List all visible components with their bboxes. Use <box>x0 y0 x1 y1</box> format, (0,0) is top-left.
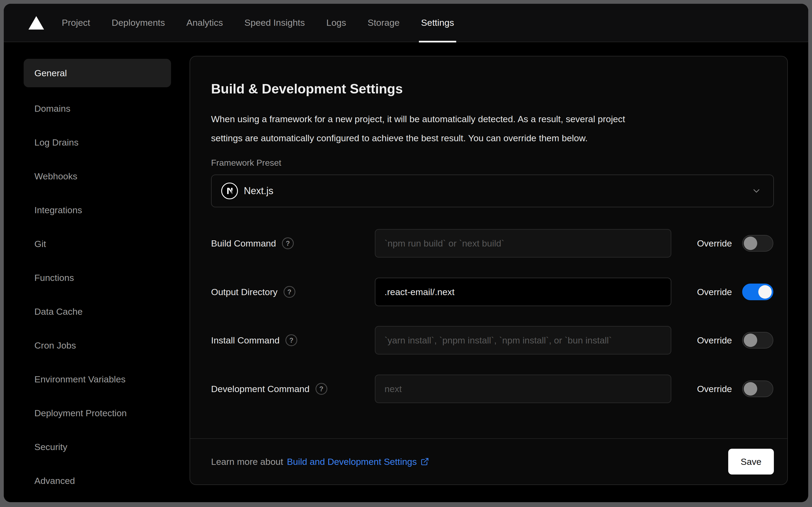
build-command-input[interactable] <box>375 229 671 258</box>
sidebar-item-data-cache[interactable]: Data Cache <box>4 295 189 328</box>
sidebar-item-log-drains[interactable]: Log Drains <box>4 125 189 159</box>
install-command-override: Override <box>697 326 773 354</box>
card-description-line2: settings are automatically configured to… <box>211 129 772 148</box>
top-navigation: Project Deployments Analytics Speed Insi… <box>4 4 808 42</box>
install-command-label-text: Install Command <box>211 335 280 346</box>
build-command-override-toggle[interactable] <box>742 235 773 251</box>
install-command-override-toggle[interactable] <box>742 332 773 349</box>
sidebar-item-cron-jobs[interactable]: Cron Jobs <box>4 328 189 362</box>
install-command-input[interactable] <box>375 326 671 354</box>
sidebar-item-security[interactable]: Security <box>4 430 189 464</box>
vercel-dashboard-window: Project Deployments Analytics Speed Insi… <box>4 4 808 502</box>
toggle-knob <box>758 285 772 299</box>
development-command-override: Override <box>697 375 773 403</box>
nav-tab-settings[interactable]: Settings <box>421 4 454 42</box>
nav-tab-analytics[interactable]: Analytics <box>186 4 223 42</box>
sidebar-item-advanced[interactable]: Advanced <box>4 464 189 498</box>
development-command-label-text: Development Command <box>211 384 309 394</box>
output-directory-override: Override <box>697 278 773 306</box>
override-label: Override <box>697 238 732 249</box>
development-command-label: Development Command ? <box>211 375 327 403</box>
help-icon[interactable]: ? <box>285 334 297 346</box>
nextjs-logo-icon <box>221 182 238 200</box>
output-directory-input[interactable] <box>375 278 671 306</box>
settings-sidebar: General Domains Log Drains Webhooks Inte… <box>4 43 189 502</box>
build-command-label: Build Command ? <box>211 229 294 258</box>
output-directory-row: Output Directory ? Override <box>190 278 787 306</box>
toggle-knob <box>744 382 757 396</box>
build-command-row: Build Command ? Override <box>190 229 787 258</box>
build-settings-docs-link[interactable]: Build and Development Settings <box>287 456 429 467</box>
development-command-input[interactable] <box>375 375 671 403</box>
learn-more-text: Learn more about <box>211 456 283 467</box>
vercel-logo-icon[interactable] <box>28 16 44 30</box>
sidebar-item-integrations[interactable]: Integrations <box>4 193 189 227</box>
framework-preset-label: Framework Preset <box>211 158 281 168</box>
external-link-icon <box>420 457 429 466</box>
override-label: Override <box>697 287 732 297</box>
override-label: Override <box>697 384 732 394</box>
sidebar-item-environment-variables[interactable]: Environment Variables <box>4 362 189 396</box>
card-title: Build & Development Settings <box>211 80 403 98</box>
toggle-knob <box>744 334 757 347</box>
sidebar-item-general[interactable]: General <box>23 59 171 87</box>
install-command-row: Install Command ? Override <box>190 326 787 354</box>
card-description-line1: When using a framework for a new project… <box>211 110 772 129</box>
help-icon[interactable]: ? <box>282 237 294 249</box>
nav-tab-logs[interactable]: Logs <box>326 4 346 42</box>
framework-preset-value: Next.js <box>244 185 273 196</box>
sidebar-item-git[interactable]: Git <box>4 227 189 261</box>
sidebar-item-deployment-protection[interactable]: Deployment Protection <box>4 396 189 430</box>
build-command-override: Override <box>697 229 773 258</box>
save-button[interactable]: Save <box>728 449 774 474</box>
development-command-row: Development Command ? Override <box>190 375 787 403</box>
build-settings-card: Build & Development Settings When using … <box>189 56 788 485</box>
nav-tab-storage[interactable]: Storage <box>367 4 400 42</box>
override-label: Override <box>697 335 732 346</box>
install-command-label: Install Command ? <box>211 326 297 354</box>
card-description: When using a framework for a new project… <box>211 110 772 148</box>
sidebar-item-webhooks[interactable]: Webhooks <box>4 159 189 193</box>
framework-preset-select[interactable]: Next.js <box>211 175 774 207</box>
output-directory-label-text: Output Directory <box>211 287 278 297</box>
development-command-override-toggle[interactable] <box>742 381 773 397</box>
chevron-down-icon <box>751 186 761 196</box>
output-directory-override-toggle[interactable] <box>742 284 773 300</box>
help-icon[interactable]: ? <box>284 286 295 298</box>
nav-tab-speed-insights[interactable]: Speed Insights <box>244 4 305 42</box>
toggle-knob <box>744 237 757 250</box>
build-command-label-text: Build Command <box>211 238 276 249</box>
sidebar-item-domains[interactable]: Domains <box>4 92 189 125</box>
card-footer: Learn more about Build and Development S… <box>211 439 774 485</box>
sidebar-item-functions[interactable]: Functions <box>4 261 189 295</box>
nav-tab-deployments[interactable]: Deployments <box>112 4 165 42</box>
help-icon[interactable]: ? <box>315 383 327 395</box>
nav-tab-project[interactable]: Project <box>62 4 90 42</box>
docs-link-text: Build and Development Settings <box>287 456 417 467</box>
output-directory-label: Output Directory ? <box>211 278 295 306</box>
